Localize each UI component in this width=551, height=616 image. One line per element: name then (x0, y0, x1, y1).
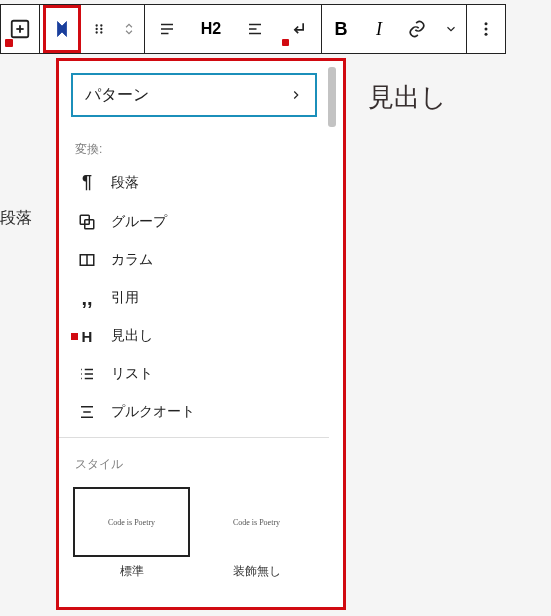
list-icon (77, 365, 97, 383)
transform-item-label: 段落 (111, 174, 139, 192)
style-preview-plain: Code is Poetry (198, 487, 315, 557)
transform-section-label: 変換: (59, 129, 329, 162)
svg-point-6 (100, 28, 102, 30)
text-align-button[interactable] (233, 5, 277, 53)
transform-item-pullquote[interactable]: プルクオート (59, 393, 329, 431)
transform-item-columns[interactable]: カラム (59, 241, 329, 279)
style-card-default[interactable]: Code is Poetry 標準 (73, 487, 190, 580)
transform-item-label: 引用 (111, 289, 139, 307)
style-section-label: スタイル (59, 444, 329, 477)
more-rich-text-button[interactable] (436, 5, 466, 53)
transform-item-group[interactable]: グループ (59, 203, 329, 241)
scrollbar-thumb[interactable] (328, 67, 336, 127)
link-button[interactable] (398, 5, 436, 53)
pilcrow-icon: ¶ (77, 172, 97, 193)
group-icon (77, 213, 97, 231)
style-label: 標準 (73, 557, 190, 580)
patterns-menu-item[interactable]: パターン (71, 73, 317, 117)
add-block-button[interactable] (1, 5, 39, 53)
svg-point-15 (485, 22, 488, 25)
italic-button[interactable]: I (360, 5, 398, 53)
transform-item-heading[interactable]: H 見出し (59, 317, 329, 355)
transform-item-label: カラム (111, 251, 153, 269)
block-type-heading-button[interactable] (43, 5, 81, 53)
align-button[interactable] (145, 5, 189, 53)
style-card-plain[interactable]: Code is Poetry 装飾無し (198, 487, 315, 580)
transform-item-label: プルクオート (111, 403, 195, 421)
svg-point-7 (96, 31, 98, 33)
transform-item-label: 見出し (111, 327, 153, 345)
svg-point-4 (100, 24, 102, 26)
columns-icon (77, 251, 97, 269)
bold-button[interactable]: B (322, 5, 360, 53)
options-button[interactable] (467, 5, 505, 53)
svg-point-16 (485, 28, 488, 31)
style-label: 装飾無し (198, 557, 315, 580)
insert-return-button[interactable] (277, 5, 321, 53)
pullquote-icon (77, 403, 97, 421)
svg-point-3 (96, 24, 98, 26)
chevron-right-icon (289, 88, 303, 102)
quote-icon: ,, (77, 293, 97, 303)
transform-item-label: グループ (111, 213, 167, 231)
move-updown-button[interactable] (114, 5, 144, 53)
style-previews: Code is Poetry 標準 Code is Poetry 装飾無し (59, 477, 329, 584)
heading-icon: H (77, 328, 97, 345)
patterns-label: パターン (85, 85, 149, 106)
svg-point-5 (96, 28, 98, 30)
heading-level-button[interactable]: H2 (189, 5, 233, 53)
transform-item-list[interactable]: リスト (59, 355, 329, 393)
page-heading-block[interactable]: 見出し (368, 80, 447, 115)
svg-point-17 (485, 33, 488, 36)
svg-point-8 (100, 31, 102, 33)
transform-item-quote[interactable]: ,, 引用 (59, 279, 329, 317)
style-preview-default: Code is Poetry (73, 487, 190, 557)
sidebar-fragment-paragraph: 段落 (0, 208, 32, 229)
block-transform-panel: パターン 変換: ¶ 段落 グループ カラム (56, 58, 346, 610)
transform-item-label: リスト (111, 365, 153, 383)
toolbar: H2 B I (0, 4, 506, 54)
drag-handle[interactable] (84, 5, 114, 53)
divider (59, 437, 329, 438)
transform-item-paragraph[interactable]: ¶ 段落 (59, 162, 329, 203)
indicator-dot-icon (71, 333, 78, 340)
